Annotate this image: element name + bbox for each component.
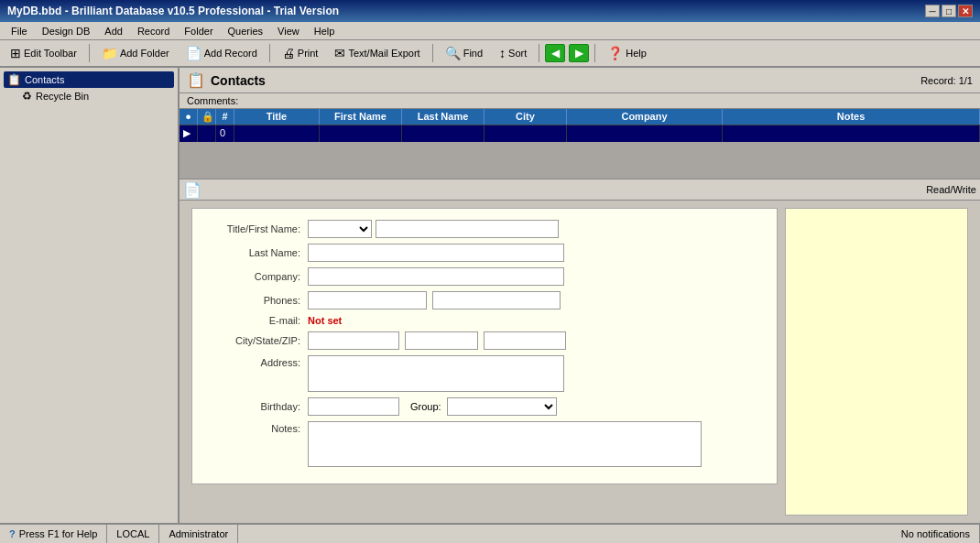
help-icon: ❓ [607,46,623,60]
close-button[interactable]: ✕ [958,5,973,17]
help-label: Help [626,48,647,59]
company-row: Company: [207,267,762,286]
state-input[interactable] [405,331,478,350]
email-value[interactable]: Not set [308,315,342,326]
sort-button[interactable]: ↕ Sort [493,43,533,63]
text-mail-label: Text/Mail Export [348,48,419,59]
grid-header-company[interactable]: Company [567,109,723,125]
menu-design-db[interactable]: Design DB [35,24,98,38]
title-bar-text: MyDB.bbd - Brilliant Database v10.5 Prof… [7,5,339,17]
grid-header-notes[interactable]: Notes [723,109,980,125]
sidebar-item-contacts[interactable]: 📋 Contacts [4,71,174,88]
content-header: 📋 Contacts Record: 1/1 [180,68,980,93]
window-controls: ─ □ ✕ [925,5,973,17]
menu-folder[interactable]: Folder [177,24,220,38]
row-lock [198,125,216,142]
phones-inputs [308,291,561,310]
toolbar: ⊞ Edit Toolbar 📁 Add Folder 📄 Add Record… [0,40,980,68]
maximize-button[interactable]: □ [942,5,956,17]
nav-forward-button[interactable]: ▶ [569,44,589,62]
form-panel: Title/First Name: Mr. Mrs. Ms. Dr. Last … [191,208,778,484]
birthday-group-row: Birthday: Group: [207,397,762,416]
menu-queries[interactable]: Queries [221,24,271,38]
phone2-input[interactable] [432,291,561,310]
menu-bar: File Design DB Add Record Folder Queries… [0,22,980,40]
record-info: Record: 1/1 [920,75,973,86]
contacts-icon: 📋 [7,73,21,86]
add-record-label: Add Record [204,48,257,59]
folder-icon: 📁 [102,46,117,60]
address-input[interactable] [308,355,564,392]
find-label: Find [463,48,483,59]
find-button[interactable]: 🔍 Find [439,43,489,63]
phone1-input[interactable] [308,291,427,310]
help-button[interactable]: ❓ Help [601,43,653,63]
address-row: Address: [207,355,762,392]
print-button[interactable]: 🖨 Print [276,43,325,63]
grid-header-indicator: ● [180,109,198,125]
form-area: Title/First Name: Mr. Mrs. Ms. Dr. Last … [180,201,980,523]
status-bar: ? Press F1 for Help LOCAL Administrator … [0,523,980,543]
email-label: E-mail: [207,315,308,326]
content-title-icon: 📋 [187,71,205,89]
notes-input[interactable] [308,421,702,467]
city-state-zip-label: City/State/ZIP: [207,335,308,346]
table-row[interactable]: ▶ 0 [180,125,980,142]
lastname-input[interactable] [308,244,564,262]
menu-view[interactable]: View [270,24,307,38]
separator-1 [89,44,90,62]
content-area: 📋 Contacts Record: 1/1 Comments: ● 🔒 # T… [180,68,980,523]
content-secondary-toolbar: 📄 Read/Write [180,179,980,201]
user-text: Administrator [169,528,228,539]
separator-3 [432,44,433,62]
group-select[interactable] [447,397,557,416]
city-input[interactable] [308,331,399,350]
row-notes [723,125,980,142]
row-company [567,125,723,142]
mail-icon: ✉ [334,46,345,60]
menu-record[interactable]: Record [130,24,177,38]
add-folder-button[interactable]: 📁 Add Folder [95,43,176,63]
comments-bar: Comments: [180,93,980,109]
zip-input[interactable] [484,331,566,350]
user-segment: Administrator [159,525,238,543]
sidebar-item-recycle-bin[interactable]: ♻ Recycle Bin [18,88,174,104]
minimize-button[interactable]: ─ [925,5,940,17]
phones-row: Phones: [207,291,762,310]
menu-add[interactable]: Add [97,24,130,38]
add-folder-label: Add Folder [120,48,169,59]
company-input[interactable] [308,267,564,286]
edit-toolbar-label: Edit Toolbar [24,48,77,59]
nav-back-button[interactable]: ◀ [545,44,565,62]
lastname-row: Last Name: [207,244,762,262]
help-status-icon: ? [9,528,16,539]
edit-toolbar-icon: ⊞ [10,46,21,60]
grid-header-firstname[interactable]: First Name [320,109,402,125]
birthday-input[interactable] [308,397,399,416]
recycle-bin-icon: ♻ [22,90,32,103]
row-indicator: ▶ [180,125,198,142]
menu-file[interactable]: File [4,24,35,38]
find-icon: 🔍 [445,46,461,60]
locale-segment: LOCAL [107,525,159,543]
city-state-zip-inputs [308,331,566,350]
locale-text: LOCAL [116,528,149,539]
help-text-segment: ? Press F1 for Help [0,525,107,543]
text-mail-export-button[interactable]: ✉ Text/Mail Export [328,43,426,63]
grid-header-city[interactable]: City [485,109,567,125]
print-icon: 🖨 [282,46,295,60]
title-bar: MyDB.bbd - Brilliant Database v10.5 Prof… [0,0,980,22]
title-select[interactable]: Mr. Mrs. Ms. Dr. [308,220,372,238]
address-label: Address: [207,355,308,368]
read-write-status: Read/Write [926,184,976,195]
notifications-text: No notifications [901,528,970,539]
menu-help[interactable]: Help [307,24,343,38]
grid-area: ● 🔒 # Title First Name Last Name City Co… [180,109,980,142]
grid-header-num: # [216,109,234,125]
grid-header-title[interactable]: Title [234,109,320,125]
edit-toolbar-button[interactable]: ⊞ Edit Toolbar [4,43,83,63]
row-firstname [320,125,402,142]
firstname-input[interactable] [376,220,559,238]
add-record-button[interactable]: 📄 Add Record [180,43,264,63]
grid-header-lastname[interactable]: Last Name [402,109,485,125]
